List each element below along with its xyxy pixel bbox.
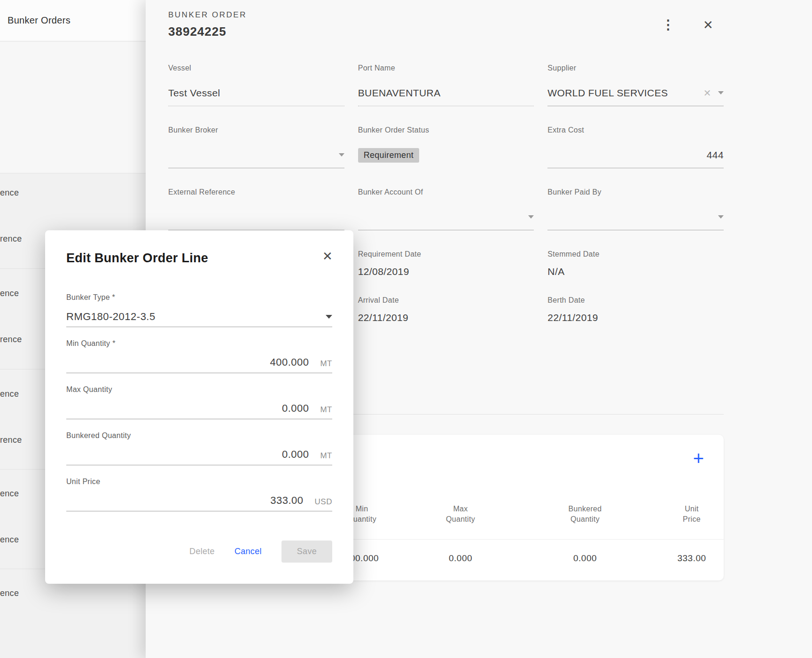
berth-date-text: 22/11/2019 xyxy=(547,312,598,323)
bunker-paid-by-label: Bunker Paid By xyxy=(547,188,724,196)
field-external-reference: External Reference xyxy=(168,188,344,230)
field-supplier: Supplier WORLD FUEL SERVICES ✕ xyxy=(547,64,724,106)
field-unit-price: Unit Price 333.00 USD xyxy=(66,478,332,511)
list-separator xyxy=(0,173,150,173)
field-arrival-date: Arrival Date 22/11/2019 xyxy=(358,296,534,323)
arrival-date-label: Arrival Date xyxy=(358,296,534,305)
col-header-line: Quantity xyxy=(569,514,602,525)
bunker-order-status-field: Requirement xyxy=(358,142,534,168)
list-row-fragment[interactable]: rence xyxy=(0,335,22,345)
port-name-value: BUENAVENTURA xyxy=(358,87,441,99)
field-bunker-order-status: Bunker Order Status Requirement xyxy=(358,126,534,168)
order-id: 38924225 xyxy=(168,24,724,39)
save-button[interactable]: Save xyxy=(281,540,332,563)
bunkered-quantity-unit: MT xyxy=(320,451,332,461)
min-quantity-input[interactable]: 400.000 MT xyxy=(66,352,332,373)
plus-icon: + xyxy=(693,448,704,469)
delete-button[interactable]: Delete xyxy=(189,547,215,556)
panel-header: BUNKER ORDER 38924225 ⋮ ✕ xyxy=(146,0,812,39)
unit-price-input[interactable]: 333.00 USD xyxy=(66,491,332,511)
field-port-name: Port Name BUENAVENTURA xyxy=(358,64,534,106)
bunker-broker-label: Bunker Broker xyxy=(168,126,344,134)
bunker-type-select[interactable]: RMG180-2012-3.5 xyxy=(66,306,332,327)
bunker-broker-select[interactable] xyxy=(168,142,344,168)
external-reference-input[interactable] xyxy=(168,204,344,230)
page-title: Bunker Orders xyxy=(8,15,70,26)
cell-bunkered-quantity[interactable]: 0.000 xyxy=(573,553,597,564)
list-row-fragment[interactable]: ence xyxy=(0,535,19,545)
modal-close-icon[interactable]: ✕ xyxy=(320,249,335,263)
field-requirement-date: Requirement Date 12/08/2019 xyxy=(358,250,534,277)
min-quantity-value: 400.000 xyxy=(270,356,309,368)
max-quantity-value: 0.000 xyxy=(282,402,309,415)
supplier-select[interactable]: WORLD FUEL SERVICES ✕ xyxy=(547,80,724,106)
list-row-fragment[interactable]: ence xyxy=(0,489,19,499)
cell-max-quantity[interactable]: 0.000 xyxy=(449,553,472,564)
vessel-input[interactable]: Test Vessel xyxy=(168,80,344,106)
max-quantity-input[interactable]: 0.000 MT xyxy=(66,399,332,419)
field-stemmed-date: Stemmed Date N/A xyxy=(547,250,724,277)
list-header-area xyxy=(0,42,150,173)
field-bunker-account-of: Bunker Account Of xyxy=(358,188,534,230)
port-name-input[interactable]: BUENAVENTURA xyxy=(358,80,534,106)
kebab-menu-icon[interactable]: ⋮ xyxy=(662,18,675,32)
field-extra-cost: Extra Cost 444 xyxy=(547,126,724,168)
field-vessel: Vessel Test Vessel xyxy=(168,64,344,106)
min-quantity-unit: MT xyxy=(320,359,332,368)
bunker-account-of-label: Bunker Account Of xyxy=(358,188,534,196)
port-name-label: Port Name xyxy=(358,64,534,72)
bunker-paid-by-select[interactable] xyxy=(547,204,724,230)
berth-date-value: 22/11/2019 xyxy=(547,312,724,323)
requirement-date-text: 12/08/2019 xyxy=(358,266,409,277)
vessel-value: Test Vessel xyxy=(168,87,220,99)
vessel-label: Vessel xyxy=(168,64,344,72)
field-min-quantity: Min Quantity * 400.000 MT xyxy=(66,339,332,373)
supplier-label: Supplier xyxy=(547,64,724,72)
bunker-account-of-select[interactable] xyxy=(358,204,534,230)
list-row-fragment[interactable]: rence xyxy=(0,435,22,445)
extra-cost-input[interactable]: 444 xyxy=(547,142,724,168)
field-max-quantity: Max Quantity 0.000 MT xyxy=(66,385,332,419)
list-row-fragment[interactable]: ence xyxy=(0,588,19,598)
panel-close-icon[interactable]: ✕ xyxy=(701,18,715,32)
cell-unit-price[interactable]: 333.00 xyxy=(677,553,706,564)
bunker-orders-topbar: Bunker Orders xyxy=(0,0,150,41)
unit-price-unit: USD xyxy=(315,497,332,507)
min-quantity-label: Min Quantity * xyxy=(66,339,332,349)
requirement-date-value: 12/08/2019 xyxy=(358,266,534,277)
list-row-fragment[interactable]: ence xyxy=(0,389,19,399)
bunker-order-status-label: Bunker Order Status xyxy=(358,126,534,134)
stemmed-date-value: N/A xyxy=(547,266,724,277)
col-header-bunkered-quantity: Bunkered Quantity xyxy=(569,504,602,525)
panel-header-label: BUNKER ORDER xyxy=(168,10,724,20)
stemmed-date-label: Stemmed Date xyxy=(547,250,724,258)
col-header-line: Max xyxy=(446,504,475,514)
chevron-down-icon[interactable] xyxy=(339,153,344,157)
max-quantity-unit: MT xyxy=(320,405,332,415)
bunker-type-value: RMG180-2012-3.5 xyxy=(66,311,156,323)
list-row-fragment[interactable]: ence xyxy=(0,188,19,198)
unit-price-label: Unit Price xyxy=(66,478,332,487)
chevron-down-icon[interactable] xyxy=(326,315,332,319)
cancel-button[interactable]: Cancel xyxy=(234,547,262,556)
col-header-line: Price xyxy=(683,514,701,525)
arrival-date-value: 22/11/2019 xyxy=(358,312,534,323)
external-reference-label: External Reference xyxy=(168,188,344,196)
col-header-line: Bunkered xyxy=(569,504,602,514)
list-row-fragment[interactable]: rence xyxy=(0,234,22,244)
chevron-down-icon[interactable] xyxy=(718,215,724,219)
status-badge: Requirement xyxy=(358,148,419,163)
extra-cost-label: Extra Cost xyxy=(547,126,724,134)
col-header-unit-price: Unit Price xyxy=(683,504,701,525)
max-quantity-label: Max Quantity xyxy=(66,385,332,395)
bunkered-quantity-input[interactable]: 0.000 MT xyxy=(66,445,332,465)
clear-icon[interactable]: ✕ xyxy=(703,87,711,99)
supplier-value: WORLD FUEL SERVICES xyxy=(547,87,668,99)
add-line-button[interactable]: + xyxy=(693,449,704,468)
col-header-line: Quantity xyxy=(446,514,475,525)
chevron-down-icon[interactable] xyxy=(528,215,534,219)
list-row-fragment[interactable]: ence xyxy=(0,289,19,298)
bunkered-quantity-value: 0.000 xyxy=(282,448,309,461)
chevron-down-icon[interactable] xyxy=(718,91,724,94)
stemmed-date-text: N/A xyxy=(547,266,564,277)
